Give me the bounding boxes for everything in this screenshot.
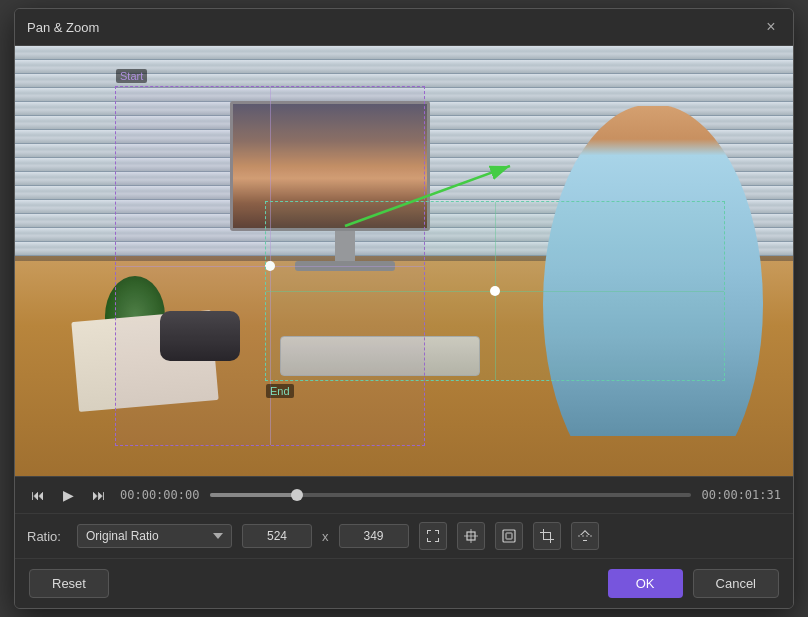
monitor-stand: [335, 231, 355, 261]
ok-button[interactable]: OK: [608, 569, 683, 598]
ratio-label: Ratio:: [27, 529, 67, 544]
skip-back-button[interactable]: ⏮: [27, 485, 49, 505]
ratio-dropdown[interactable]: Original Ratio 16:9 4:3 1:1 9:16: [77, 524, 232, 548]
close-button[interactable]: ×: [761, 17, 781, 37]
cancel-button[interactable]: Cancel: [693, 569, 779, 598]
ratio-controls: Ratio: Original Ratio 16:9 4:3 1:1 9:16 …: [15, 513, 793, 558]
flip-icon: [578, 529, 592, 543]
center-icon-button[interactable]: [457, 522, 485, 550]
pan-zoom-dialog: Pan & Zoom ×: [14, 8, 794, 609]
total-time: 00:00:01:31: [701, 488, 781, 502]
reset-button[interactable]: Reset: [29, 569, 109, 598]
svg-rect-6: [506, 533, 512, 539]
preview-area: Start End: [15, 46, 793, 476]
flip-icon-button[interactable]: [571, 522, 599, 550]
skip-forward-button[interactable]: ⏭: [88, 485, 110, 505]
crop-icon: [540, 529, 554, 543]
aspect-lock-button[interactable]: [495, 522, 523, 550]
aspect-lock-icon: [502, 529, 516, 543]
monitor-base: [295, 261, 395, 271]
fit-icon-button[interactable]: [419, 522, 447, 550]
height-input[interactable]: [339, 524, 409, 548]
dialog-title: Pan & Zoom: [27, 20, 99, 35]
svg-rect-5: [503, 530, 515, 542]
vr-headset: [160, 311, 240, 361]
footer-right-buttons: OK Cancel: [608, 569, 779, 598]
keyboard: [280, 336, 480, 376]
title-bar: Pan & Zoom ×: [15, 9, 793, 46]
monitor-person: [233, 104, 427, 228]
crop-icon-button[interactable]: [533, 522, 561, 550]
x-separator: x: [322, 529, 329, 544]
current-time: 00:00:00:00: [120, 488, 200, 502]
width-input[interactable]: [242, 524, 312, 548]
timeline-progress: [210, 493, 297, 497]
play-button[interactable]: ▶: [59, 485, 78, 505]
fit-icon: [426, 529, 440, 543]
monitor-screen: [230, 101, 430, 231]
timeline-scrubber[interactable]: [210, 493, 691, 497]
center-icon: [464, 529, 478, 543]
playback-controls: ⏮ ▶ ⏭ 00:00:00:00 00:00:01:31: [15, 476, 793, 513]
footer-bar: Reset OK Cancel: [15, 558, 793, 608]
monitor: [230, 101, 460, 271]
timeline-thumb[interactable]: [291, 489, 303, 501]
